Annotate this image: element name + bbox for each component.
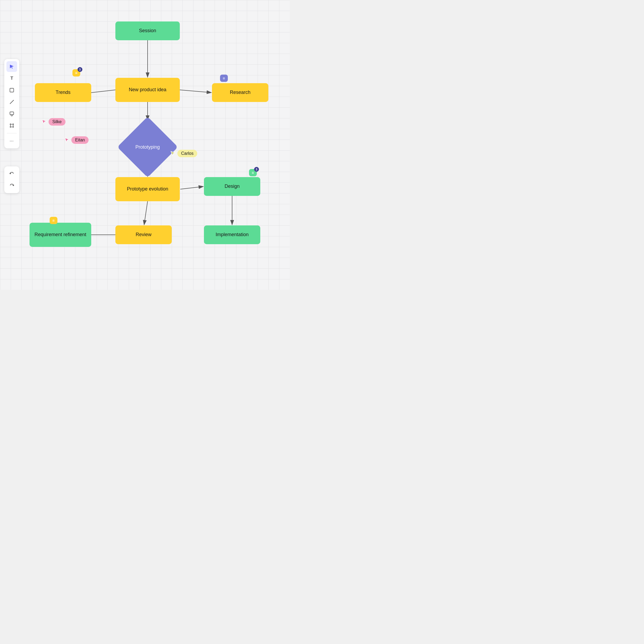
comment-badge-1[interactable]: ≡ 3	[72, 69, 80, 76]
comment-count-4: 3	[254, 167, 259, 172]
node-trends[interactable]: Trends	[35, 83, 91, 102]
node-trends-label: Trends	[56, 89, 70, 96]
svg-marker-12	[65, 138, 69, 142]
comment-icon-4: ≡	[252, 170, 254, 175]
node-new-product-idea[interactable]: New product idea	[115, 78, 180, 102]
tool-undo[interactable]	[6, 169, 17, 179]
cursor-silke-label: Silke	[49, 118, 65, 126]
node-research-label: Research	[230, 89, 250, 96]
cursor-silke-arrow	[42, 119, 47, 125]
toolbar: T ●●●	[4, 59, 19, 148]
tool-comment[interactable]	[6, 108, 17, 119]
node-research[interactable]: Research	[212, 83, 268, 102]
tool-sticky[interactable]	[6, 85, 17, 96]
cursor-carlos-arrow	[170, 151, 176, 156]
tool-more[interactable]: ●●●	[6, 136, 17, 146]
node-session[interactable]: Session	[115, 21, 180, 40]
tool-select[interactable]	[6, 61, 17, 72]
node-new-product-idea-label: New product idea	[129, 87, 166, 93]
node-prototype-evolution-label: Prototype evolution	[127, 186, 168, 192]
svg-line-16	[10, 100, 14, 104]
tool-frame[interactable]	[6, 120, 17, 131]
tool-redo[interactable]	[6, 180, 17, 191]
svg-rect-15	[10, 88, 14, 92]
toolbar-bottom	[4, 166, 19, 193]
cursor-carlos: Carlos	[170, 150, 197, 157]
comment-badge-2[interactable]: ≡	[220, 75, 228, 82]
comment-icon-1: ≡	[75, 71, 78, 75]
tool-text[interactable]: T	[6, 73, 17, 84]
node-implementation-label: Implementation	[215, 232, 248, 238]
toolbar-divider	[7, 133, 17, 133]
node-prototyping-wrapper[interactable]: Prototyping	[121, 120, 174, 174]
cursor-eitan-arrow	[64, 137, 70, 143]
node-prototyping-diamond	[117, 117, 178, 177]
comment-icon-3: ≡	[52, 218, 55, 223]
node-design[interactable]: Design	[204, 177, 260, 196]
comment-count-1: 3	[78, 67, 82, 72]
svg-rect-18	[10, 112, 14, 115]
comment-badge-3[interactable]: ≡	[50, 217, 57, 224]
cursor-eitan-label: Eitan	[71, 136, 89, 144]
node-implementation[interactable]: Implementation	[204, 225, 260, 244]
comment-badge-4[interactable]: ≡ 3	[249, 169, 257, 176]
svg-marker-13	[171, 151, 175, 156]
svg-marker-14	[10, 65, 14, 69]
tool-line[interactable]	[6, 97, 17, 107]
node-review[interactable]: Review	[115, 225, 172, 244]
cursor-silke: Silke	[42, 118, 65, 126]
cursor-eitan: Eitan	[64, 136, 89, 144]
node-prototype-evolution[interactable]: Prototype evolution	[115, 177, 180, 201]
node-requirement-refinement-label: Requirement refinement	[34, 232, 86, 238]
cursor-carlos-label: Carlos	[177, 150, 197, 157]
comment-icon-2: ≡	[223, 76, 225, 81]
node-review-label: Review	[136, 232, 151, 238]
node-session-label: Session	[139, 28, 156, 34]
svg-marker-11	[42, 120, 46, 124]
node-requirement-refinement[interactable]: Requirement refinement	[30, 223, 91, 247]
node-design-label: Design	[225, 183, 240, 189]
